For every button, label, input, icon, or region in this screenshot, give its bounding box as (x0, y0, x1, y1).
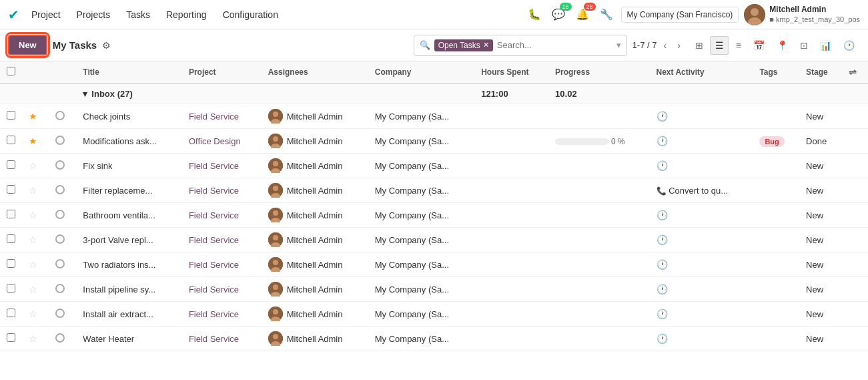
th-tags[interactable]: Tags (753, 61, 799, 83)
task-title[interactable]: 3-port Valve repl... (83, 235, 153, 245)
star-icon[interactable]: ☆ (29, 259, 37, 270)
task-title[interactable]: Fix sink (83, 161, 112, 171)
star-cell[interactable]: ☆ (22, 154, 49, 178)
title-cell[interactable]: Filter replaceme... (76, 178, 182, 203)
search-dropdown-icon[interactable]: ▾ (616, 40, 621, 50)
status-circle[interactable] (55, 111, 65, 120)
project-cell[interactable]: Field Service (182, 327, 262, 351)
pivot-view-button[interactable]: ⊡ (795, 36, 813, 55)
task-title[interactable]: Filter replaceme... (83, 186, 152, 196)
project-cell[interactable]: Field Service (182, 104, 262, 129)
status-circle[interactable] (55, 333, 65, 343)
company-selector[interactable]: My Company (San Francisco) (621, 7, 739, 23)
star-cell[interactable]: ★ (22, 104, 49, 129)
settings-gear-icon[interactable]: ⚙ (102, 40, 111, 51)
title-cell[interactable]: Bathroom ventila... (76, 203, 182, 228)
star-icon[interactable]: ☆ (29, 210, 37, 220)
status-circle[interactable] (55, 136, 65, 145)
title-cell[interactable]: 3-port Valve repl... (76, 228, 182, 252)
star-cell[interactable]: ☆ (22, 327, 49, 351)
star-cell[interactable]: ☆ (22, 228, 49, 252)
th-stage[interactable]: Stage (799, 61, 842, 83)
clock-view-button[interactable]: 🕐 (838, 36, 860, 55)
task-title[interactable]: Install air extract... (83, 309, 153, 319)
project-cell[interactable]: Field Service (182, 302, 262, 327)
map-view-button[interactable]: 📍 (771, 36, 793, 55)
task-title[interactable]: Water Heater (83, 334, 134, 344)
bell-icon-btn[interactable]: 🔔 28 (573, 5, 592, 23)
project-cell[interactable]: Field Service (182, 154, 262, 178)
star-icon[interactable]: ☆ (29, 185, 37, 196)
star-cell[interactable]: ☆ (22, 252, 49, 277)
row-checkbox-cell[interactable] (0, 327, 22, 351)
th-project[interactable]: Project (182, 61, 262, 83)
row-checkbox-cell[interactable] (0, 252, 22, 277)
star-icon[interactable]: ★ (29, 136, 37, 146)
task-title[interactable]: Two radiators ins... (83, 260, 155, 270)
title-cell[interactable]: Install air extract... (76, 302, 182, 327)
th-progress[interactable]: Progress (548, 61, 649, 83)
status-cell[interactable] (49, 302, 76, 327)
star-icon[interactable]: ☆ (29, 160, 37, 171)
status-cell[interactable] (49, 154, 76, 178)
list-view-button[interactable]: ☰ (710, 36, 729, 55)
status-cell[interactable] (49, 203, 76, 228)
search-input[interactable] (497, 40, 612, 50)
title-cell[interactable]: Two radiators ins... (76, 252, 182, 277)
nav-projects[interactable]: Projects (70, 5, 117, 24)
project-link[interactable]: Field Service (189, 260, 239, 270)
row-checkbox-cell[interactable] (0, 203, 22, 228)
list-alt-view-button[interactable]: ≡ (731, 36, 747, 55)
task-title[interactable]: Install pipeline sy... (83, 284, 155, 295)
project-cell[interactable]: Field Service (182, 178, 262, 203)
new-button[interactable]: New (8, 35, 47, 55)
nav-tasks[interactable]: Tasks (119, 5, 157, 24)
nav-project[interactable]: Project (25, 5, 67, 24)
task-title[interactable]: Bathroom ventila... (83, 210, 155, 220)
status-cell[interactable] (49, 104, 76, 129)
row-checkbox-cell[interactable] (0, 277, 22, 302)
th-assignees[interactable]: Assignees (262, 61, 368, 83)
title-cell[interactable]: Fix sink (76, 154, 182, 178)
title-cell[interactable]: Check joints (76, 104, 182, 129)
row-checkbox-cell[interactable] (0, 129, 22, 154)
status-cell[interactable] (49, 228, 76, 252)
status-circle[interactable] (55, 185, 65, 194)
star-cell[interactable]: ☆ (22, 302, 49, 327)
star-cell[interactable]: ☆ (22, 203, 49, 228)
project-link[interactable]: Field Service (189, 235, 239, 245)
status-circle[interactable] (55, 284, 65, 293)
th-hours[interactable]: Hours Spent (474, 61, 548, 83)
project-link[interactable]: Field Service (189, 284, 239, 295)
wrench-icon-btn[interactable]: 🔧 (597, 5, 616, 23)
next-page-button[interactable]: › (673, 37, 685, 53)
project-cell[interactable]: Field Service (182, 203, 262, 228)
filter-tag-remove[interactable]: ✕ (483, 41, 489, 49)
project-link[interactable]: Field Service (189, 186, 239, 196)
row-checkbox-cell[interactable] (0, 104, 22, 129)
project-cell[interactable]: Field Service (182, 252, 262, 277)
status-circle[interactable] (55, 210, 65, 219)
title-cell[interactable]: Install pipeline sy... (76, 277, 182, 302)
chat-icon-btn[interactable]: 💬 15 (549, 5, 568, 23)
th-company[interactable]: Company (368, 61, 474, 83)
task-title[interactable]: Modifications ask... (83, 136, 157, 146)
star-cell[interactable]: ★ (22, 129, 49, 154)
title-cell[interactable]: Modifications ask... (76, 129, 182, 154)
project-link[interactable]: Field Service (189, 210, 239, 220)
chart-view-button[interactable]: 📊 (815, 36, 837, 55)
status-circle[interactable] (55, 309, 65, 318)
row-checkbox-cell[interactable] (0, 302, 22, 327)
th-next-activity[interactable]: Next Activity (650, 61, 753, 83)
star-icon[interactable]: ☆ (29, 309, 37, 319)
task-title[interactable]: Check joints (83, 112, 130, 122)
title-cell[interactable]: Water Heater (76, 327, 182, 351)
row-checkbox-cell[interactable] (0, 154, 22, 178)
group-title[interactable]: ▾ Inbox (27) (76, 83, 182, 104)
nav-reporting[interactable]: Reporting (159, 5, 213, 24)
status-cell[interactable] (49, 327, 76, 351)
prev-page-button[interactable]: ‹ (659, 37, 671, 53)
kanban-view-button[interactable]: ⊞ (690, 36, 709, 55)
project-link[interactable]: Office Design (189, 136, 241, 146)
project-cell[interactable]: Field Service (182, 277, 262, 302)
